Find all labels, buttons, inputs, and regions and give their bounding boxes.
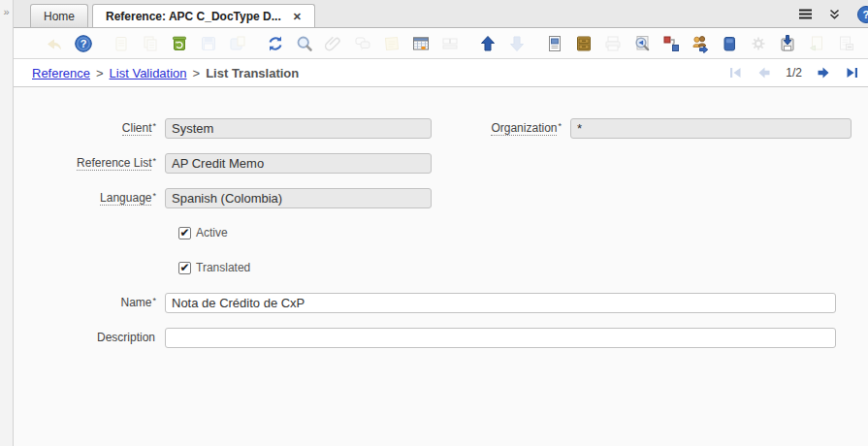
breadcrumb-link-reference[interactable]: Reference (32, 66, 90, 80)
toolbar-new-record[interactable] (110, 32, 133, 55)
double-chevron-down-icon (828, 8, 841, 20)
toolbar-archive[interactable] (572, 32, 595, 55)
form-row-translated: ✔ Translated (14, 250, 868, 285)
product-info-icon (720, 34, 739, 53)
corner-help-button[interactable]: ? (856, 5, 868, 24)
toolbar-detail-records[interactable] (438, 32, 462, 55)
application-window: » Home Reference: APC C_DocType D... ✕ (0, 0, 868, 446)
export-data-icon (778, 34, 797, 53)
last-record-icon (845, 65, 860, 80)
requests-icon (691, 34, 710, 53)
save-icon (199, 34, 218, 53)
form-row-active: ✔ Active (14, 215, 868, 250)
tabbar-controls: ? (790, 0, 868, 28)
client-required-mark: * (152, 121, 156, 131)
breadcrumb-current-tab: List Translation (206, 66, 299, 80)
expand-panel-icon[interactable]: » (3, 6, 9, 17)
export-file-icon (807, 34, 826, 53)
detail-record-down-icon (507, 34, 527, 53)
undo-icon (45, 34, 64, 53)
toolbar-save-and-create[interactable] (226, 32, 249, 55)
toggle-grid-icon (411, 34, 431, 53)
toolbar-attachment[interactable] (322, 32, 345, 55)
tab-home-label: Home (44, 10, 75, 23)
toolbar-delete-record[interactable] (168, 32, 191, 55)
breadcrumb-bar: Reference > List Validation > List Trans… (14, 59, 868, 87)
toolbar-save[interactable] (197, 32, 220, 55)
tab-home[interactable]: Home (30, 4, 88, 27)
toolbar-report[interactable] (543, 32, 566, 55)
form-row-name: Name* (14, 285, 868, 320)
hamburger-icon (798, 8, 813, 20)
toolbar-requests[interactable] (689, 32, 712, 55)
toolbar-refresh[interactable] (264, 32, 287, 55)
language-label: Language* (14, 191, 156, 205)
toolbar-export-file[interactable] (805, 32, 828, 55)
form-row-reference-list: Reference List* (14, 145, 868, 180)
toolbar-chat[interactable] (351, 32, 374, 55)
toolbar-zoom-across[interactable] (630, 32, 654, 55)
preferences-gear-icon (749, 34, 768, 53)
csv-import-icon (836, 34, 855, 53)
toolbar-product-info[interactable] (718, 32, 741, 55)
first-record-icon (727, 65, 743, 80)
previous-record-icon (756, 65, 772, 80)
client-label-text[interactable]: Client (122, 121, 152, 136)
toolbar-print[interactable] (601, 32, 625, 55)
last-record-button[interactable] (845, 65, 860, 80)
active-checkbox[interactable]: ✔ (178, 227, 191, 239)
description-label: Description (14, 331, 156, 344)
attachment-icon (324, 34, 343, 53)
previous-record-button[interactable] (756, 65, 772, 80)
parent-record-up-icon (478, 34, 498, 53)
form-row-description: Description (14, 320, 868, 355)
translated-checkbox[interactable]: ✔ (178, 262, 191, 274)
language-label-text[interactable]: Language (100, 191, 151, 206)
name-required-mark: * (152, 296, 156, 305)
toolbar-help[interactable]: ? (72, 32, 95, 55)
workflow-icon (661, 34, 681, 53)
toolbar-toggle-grid[interactable] (409, 32, 433, 55)
help-icon: ? (74, 34, 93, 53)
breadcrumb-link-list-validation[interactable]: List Validation (110, 66, 187, 80)
reference-list-label-text[interactable]: Reference List (77, 156, 151, 171)
language-required-mark: * (152, 191, 156, 201)
description-label-text: Description (97, 331, 155, 344)
tab-reference[interactable]: Reference: APC C_DocType D... ✕ (92, 4, 315, 28)
description-field[interactable] (165, 328, 836, 348)
name-field[interactable] (165, 293, 836, 313)
tab-bar: Home Reference: APC C_DocType D... ✕ (14, 0, 868, 28)
record-pager: 1/2 (714, 65, 860, 80)
client-field[interactable] (165, 118, 432, 139)
toolbar-detail-record[interactable] (505, 32, 529, 55)
svg-text:?: ? (862, 9, 868, 20)
toolbar-workflow[interactable] (659, 32, 683, 55)
organization-label-text[interactable]: Organization (491, 121, 557, 136)
next-record-button[interactable] (816, 65, 831, 80)
toolbar-undo[interactable] (43, 32, 66, 55)
toolbar-find[interactable] (293, 32, 316, 55)
organization-label: Organization* (432, 121, 562, 135)
breadcrumb-separator: > (193, 66, 201, 80)
report-icon (545, 34, 564, 53)
archive-icon (574, 34, 594, 53)
save-and-create-icon (228, 34, 247, 53)
menu-button[interactable] (790, 3, 820, 26)
toolbar-parent-record[interactable] (476, 32, 499, 55)
first-record-button[interactable] (727, 65, 743, 80)
language-field[interactable] (165, 188, 432, 208)
tab-close-icon[interactable]: ✕ (293, 11, 302, 23)
name-label: Name* (14, 296, 156, 309)
toolbar-export-data[interactable] (776, 32, 799, 55)
toolbar-csv-import[interactable] (834, 32, 857, 55)
tab-reference-label: Reference: APC C_DocType D... (106, 10, 281, 23)
reference-list-label: Reference List* (14, 156, 156, 170)
collapse-header-button[interactable] (820, 3, 849, 26)
west-panel-collapsed[interactable]: » (0, 0, 14, 446)
toolbar-post-it[interactable] (380, 32, 403, 55)
reference-list-field[interactable] (165, 153, 432, 174)
toolbar-preferences[interactable] (747, 32, 770, 55)
toolbar-copy-record[interactable] (139, 32, 162, 55)
chat-icon (353, 34, 372, 53)
organization-field[interactable] (570, 118, 852, 139)
